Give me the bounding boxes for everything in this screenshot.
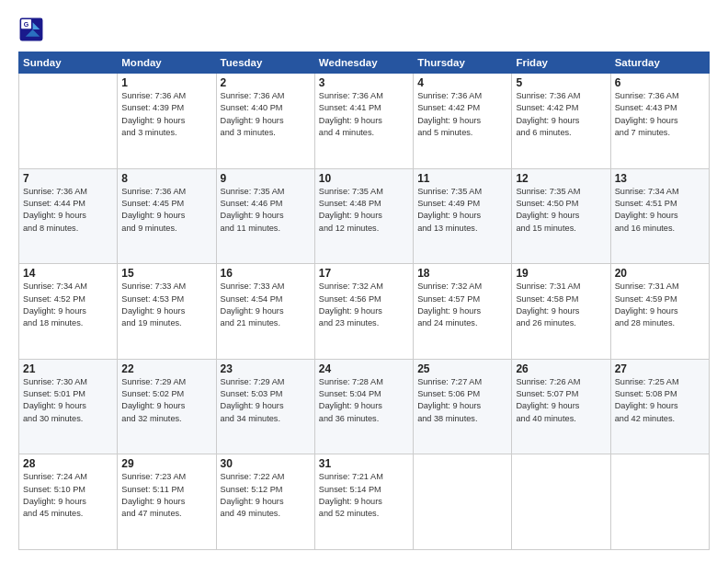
calendar-cell: 5Sunrise: 7:36 AM Sunset: 4:42 PM Daylig… bbox=[512, 74, 610, 169]
day-number: 5 bbox=[516, 76, 606, 89]
day-info: Sunrise: 7:36 AM Sunset: 4:39 PM Dayligh… bbox=[121, 90, 211, 139]
day-info: Sunrise: 7:34 AM Sunset: 4:52 PM Dayligh… bbox=[23, 281, 113, 329]
day-number: 25 bbox=[417, 362, 507, 375]
calendar-cell: 21Sunrise: 7:30 AM Sunset: 5:01 PM Dayli… bbox=[19, 359, 118, 454]
day-info: Sunrise: 7:36 AM Sunset: 4:42 PM Dayligh… bbox=[516, 90, 606, 139]
day-number: 9 bbox=[221, 172, 311, 185]
day-number: 17 bbox=[319, 267, 409, 280]
day-info: Sunrise: 7:35 AM Sunset: 4:48 PM Dayligh… bbox=[319, 186, 409, 235]
day-number: 2 bbox=[221, 76, 311, 89]
logo: G bbox=[18, 17, 48, 42]
calendar-page: G SundayMondayTuesdayWednesdayThursdayFr… bbox=[0, 0, 728, 563]
weekday-header-tuesday: Tuesday bbox=[216, 52, 314, 74]
calendar-week-row: 7Sunrise: 7:36 AM Sunset: 4:44 PM Daylig… bbox=[19, 168, 710, 264]
calendar-cell: 15Sunrise: 7:33 AM Sunset: 4:53 PM Dayli… bbox=[118, 264, 216, 360]
calendar-cell: 13Sunrise: 7:34 AM Sunset: 4:51 PM Dayli… bbox=[610, 168, 709, 264]
day-number: 16 bbox=[221, 267, 311, 280]
calendar-cell: 10Sunrise: 7:35 AM Sunset: 4:48 PM Dayli… bbox=[314, 168, 413, 264]
day-number: 23 bbox=[221, 362, 311, 375]
day-info: Sunrise: 7:27 AM Sunset: 5:06 PM Dayligh… bbox=[417, 376, 507, 425]
day-number: 10 bbox=[319, 172, 409, 185]
calendar-cell: 16Sunrise: 7:33 AM Sunset: 4:54 PM Dayli… bbox=[216, 264, 314, 360]
day-number: 3 bbox=[319, 76, 409, 89]
day-number: 26 bbox=[516, 362, 606, 375]
day-number: 31 bbox=[319, 457, 409, 470]
day-info: Sunrise: 7:33 AM Sunset: 4:54 PM Dayligh… bbox=[221, 281, 311, 329]
day-number: 13 bbox=[615, 172, 705, 185]
day-number: 14 bbox=[23, 267, 113, 280]
day-info: Sunrise: 7:36 AM Sunset: 4:44 PM Dayligh… bbox=[23, 186, 113, 235]
calendar-cell bbox=[414, 454, 512, 550]
day-info: Sunrise: 7:36 AM Sunset: 4:42 PM Dayligh… bbox=[417, 90, 507, 139]
day-info: Sunrise: 7:22 AM Sunset: 5:12 PM Dayligh… bbox=[221, 471, 311, 520]
calendar-cell: 26Sunrise: 7:26 AM Sunset: 5:07 PM Dayli… bbox=[512, 359, 610, 454]
day-info: Sunrise: 7:35 AM Sunset: 4:46 PM Dayligh… bbox=[221, 186, 311, 235]
calendar-cell: 2Sunrise: 7:36 AM Sunset: 4:40 PM Daylig… bbox=[216, 74, 314, 169]
calendar-cell: 11Sunrise: 7:35 AM Sunset: 4:49 PM Dayli… bbox=[414, 168, 512, 264]
calendar-cell: 28Sunrise: 7:24 AM Sunset: 5:10 PM Dayli… bbox=[19, 454, 118, 550]
calendar-cell: 8Sunrise: 7:36 AM Sunset: 4:45 PM Daylig… bbox=[118, 168, 216, 264]
day-number: 8 bbox=[121, 172, 211, 185]
day-number: 21 bbox=[23, 362, 113, 375]
calendar-cell: 31Sunrise: 7:21 AM Sunset: 5:14 PM Dayli… bbox=[314, 454, 413, 550]
weekday-header-row: SundayMondayTuesdayWednesdayThursdayFrid… bbox=[19, 52, 710, 74]
calendar-cell: 4Sunrise: 7:36 AM Sunset: 4:42 PM Daylig… bbox=[414, 74, 512, 169]
calendar-week-row: 1Sunrise: 7:36 AM Sunset: 4:39 PM Daylig… bbox=[19, 74, 710, 169]
day-info: Sunrise: 7:34 AM Sunset: 4:51 PM Dayligh… bbox=[615, 186, 705, 235]
day-info: Sunrise: 7:29 AM Sunset: 5:03 PM Dayligh… bbox=[221, 376, 311, 425]
calendar-cell bbox=[610, 454, 709, 550]
calendar-cell: 9Sunrise: 7:35 AM Sunset: 4:46 PM Daylig… bbox=[216, 168, 314, 264]
weekday-header-sunday: Sunday bbox=[19, 52, 118, 74]
calendar-cell: 19Sunrise: 7:31 AM Sunset: 4:58 PM Dayli… bbox=[512, 264, 610, 360]
day-info: Sunrise: 7:26 AM Sunset: 5:07 PM Dayligh… bbox=[516, 376, 606, 425]
day-number: 27 bbox=[615, 362, 705, 375]
day-number: 15 bbox=[121, 267, 211, 280]
day-info: Sunrise: 7:36 AM Sunset: 4:41 PM Dayligh… bbox=[319, 90, 409, 139]
day-number: 7 bbox=[23, 172, 113, 185]
calendar-cell bbox=[512, 454, 610, 550]
day-info: Sunrise: 7:36 AM Sunset: 4:40 PM Dayligh… bbox=[221, 90, 311, 139]
calendar-cell: 12Sunrise: 7:35 AM Sunset: 4:50 PM Dayli… bbox=[512, 168, 610, 264]
calendar-week-row: 28Sunrise: 7:24 AM Sunset: 5:10 PM Dayli… bbox=[19, 454, 710, 550]
day-number: 12 bbox=[516, 172, 606, 185]
calendar-cell: 20Sunrise: 7:31 AM Sunset: 4:59 PM Dayli… bbox=[610, 264, 709, 360]
day-info: Sunrise: 7:32 AM Sunset: 4:57 PM Dayligh… bbox=[417, 281, 507, 329]
calendar-cell: 18Sunrise: 7:32 AM Sunset: 4:57 PM Dayli… bbox=[414, 264, 512, 360]
day-info: Sunrise: 7:36 AM Sunset: 4:43 PM Dayligh… bbox=[615, 90, 705, 139]
logo-icon: G bbox=[18, 17, 44, 42]
day-info: Sunrise: 7:31 AM Sunset: 4:58 PM Dayligh… bbox=[516, 281, 606, 329]
calendar-cell: 27Sunrise: 7:25 AM Sunset: 5:08 PM Dayli… bbox=[610, 359, 709, 454]
svg-text:G: G bbox=[24, 21, 29, 28]
weekday-header-thursday: Thursday bbox=[414, 52, 512, 74]
day-info: Sunrise: 7:36 AM Sunset: 4:45 PM Dayligh… bbox=[121, 186, 211, 235]
calendar-cell: 14Sunrise: 7:34 AM Sunset: 4:52 PM Dayli… bbox=[19, 264, 118, 360]
day-info: Sunrise: 7:24 AM Sunset: 5:10 PM Dayligh… bbox=[23, 471, 113, 520]
day-number: 19 bbox=[516, 267, 606, 280]
calendar-table: SundayMondayTuesdayWednesdayThursdayFrid… bbox=[18, 52, 710, 550]
calendar-week-row: 14Sunrise: 7:34 AM Sunset: 4:52 PM Dayli… bbox=[19, 264, 710, 360]
calendar-cell: 30Sunrise: 7:22 AM Sunset: 5:12 PM Dayli… bbox=[216, 454, 314, 550]
day-info: Sunrise: 7:29 AM Sunset: 5:02 PM Dayligh… bbox=[121, 376, 211, 425]
header: G bbox=[18, 17, 710, 42]
weekday-header-friday: Friday bbox=[512, 52, 610, 74]
day-number: 11 bbox=[417, 172, 507, 185]
calendar-cell: 3Sunrise: 7:36 AM Sunset: 4:41 PM Daylig… bbox=[314, 74, 413, 169]
day-info: Sunrise: 7:32 AM Sunset: 4:56 PM Dayligh… bbox=[319, 281, 409, 329]
weekday-header-wednesday: Wednesday bbox=[314, 52, 413, 74]
day-info: Sunrise: 7:23 AM Sunset: 5:11 PM Dayligh… bbox=[121, 471, 211, 520]
day-info: Sunrise: 7:31 AM Sunset: 4:59 PM Dayligh… bbox=[615, 281, 705, 329]
calendar-cell: 29Sunrise: 7:23 AM Sunset: 5:11 PM Dayli… bbox=[118, 454, 216, 550]
calendar-cell: 25Sunrise: 7:27 AM Sunset: 5:06 PM Dayli… bbox=[414, 359, 512, 454]
day-number: 4 bbox=[417, 76, 507, 89]
day-info: Sunrise: 7:35 AM Sunset: 4:49 PM Dayligh… bbox=[417, 186, 507, 235]
day-info: Sunrise: 7:35 AM Sunset: 4:50 PM Dayligh… bbox=[516, 186, 606, 235]
day-number: 1 bbox=[121, 76, 211, 89]
calendar-week-row: 21Sunrise: 7:30 AM Sunset: 5:01 PM Dayli… bbox=[19, 359, 710, 454]
calendar-cell: 24Sunrise: 7:28 AM Sunset: 5:04 PM Dayli… bbox=[314, 359, 413, 454]
day-number: 6 bbox=[615, 76, 705, 89]
calendar-cell: 7Sunrise: 7:36 AM Sunset: 4:44 PM Daylig… bbox=[19, 168, 118, 264]
day-number: 22 bbox=[121, 362, 211, 375]
day-info: Sunrise: 7:33 AM Sunset: 4:53 PM Dayligh… bbox=[121, 281, 211, 329]
calendar-cell: 23Sunrise: 7:29 AM Sunset: 5:03 PM Dayli… bbox=[216, 359, 314, 454]
calendar-cell: 6Sunrise: 7:36 AM Sunset: 4:43 PM Daylig… bbox=[610, 74, 709, 169]
